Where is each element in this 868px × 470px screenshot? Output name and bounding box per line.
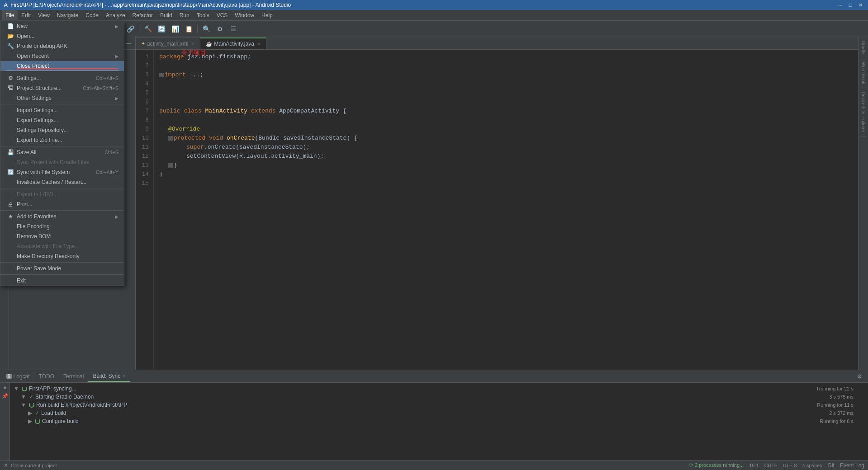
line-num-7: 7: [136, 107, 151, 116]
status-right: ⟳ 2 processes running... 15:1 CRLF UTF-8…: [689, 462, 864, 469]
coverage-button[interactable]: 📋: [182, 23, 195, 35]
build-settings-button[interactable]: ⚙: [854, 371, 864, 381]
syncing-spinner: [22, 386, 27, 391]
menu-view[interactable]: View: [34, 10, 53, 21]
todo-tab[interactable]: TODO: [34, 371, 59, 381]
menu-item-close-project[interactable]: Close Project: [0, 61, 124, 71]
xml-tab-close[interactable]: ✕: [191, 41, 194, 46]
line-endings: CRLF: [764, 463, 778, 468]
submenu-arrow-other: ▶: [115, 96, 119, 101]
menu-item-settings[interactable]: ⚙ Settings... Ctrl+Alt+S: [0, 73, 124, 83]
layout-button[interactable]: ☰: [227, 23, 240, 35]
menu-navigate[interactable]: Navigate: [53, 10, 82, 21]
panel-close-icon[interactable]: —: [123, 38, 133, 48]
menu-item-open-recent[interactable]: Open Recent ▶: [0, 51, 124, 61]
menu-build[interactable]: Build: [157, 10, 176, 21]
menu-item-file-encoding[interactable]: File Encoding: [0, 221, 124, 231]
git-status[interactable]: Git: [828, 462, 835, 469]
sidebar-gradle[interactable]: Gradle: [860, 37, 867, 58]
minimize-button[interactable]: ─: [836, 1, 844, 9]
menu-item-add-favorites[interactable]: ★ Add to Favorites ▶: [0, 212, 124, 221]
gutter-icon-1: ★: [3, 385, 7, 390]
code-line-15: [159, 179, 868, 188]
menu-item-export-settings[interactable]: Export Settings...: [0, 115, 124, 125]
menu-run[interactable]: Run: [176, 10, 193, 21]
sidebar-word-book[interactable]: Word Book: [860, 58, 867, 88]
file-dropdown-menu: 📄 New ▶ 📂 Open... 🔧 Profile or debug APK…: [0, 21, 124, 286]
build-tab-label: Build:: [93, 373, 106, 379]
menu-item-other-settings[interactable]: Other Settings ▶: [0, 93, 124, 103]
profile-button[interactable]: 📊: [169, 23, 181, 35]
menu-item-project-structure[interactable]: 🏗 Project Structure... Ctrl+Alt+Shift+S: [0, 83, 124, 93]
menu-item-profile-debug[interactable]: 🔧 Profile or debug APK: [0, 41, 124, 51]
menu-item-sync-gradle: Sync Project with Gradle Files: [0, 157, 124, 167]
gradle-daemon-status: 3 s 575 ms: [829, 393, 854, 401]
fold-icon-13[interactable]: -: [168, 163, 173, 168]
menu-item-remove-bom[interactable]: Remove BOM: [0, 231, 124, 241]
menu-window[interactable]: Window: [231, 10, 258, 21]
close-project-status-text: Close current project: [11, 463, 57, 468]
run-build-status: Running for 11 s: [817, 401, 854, 409]
run-build-text: Run build E:\Project\Android\FirstAPP: [36, 401, 127, 409]
line-num-3: 3: [136, 70, 151, 80]
menu-item-import-settings[interactable]: Import Settings...: [0, 105, 124, 115]
maximize-button[interactable]: □: [846, 1, 854, 9]
build-tab[interactable]: Build: Sync ✕: [88, 371, 130, 382]
menu-item-make-readonly[interactable]: Make Directory Read-only: [0, 251, 124, 261]
event-log-status[interactable]: Event Log: [840, 462, 864, 469]
logcat-tab-number: 6: [6, 374, 12, 379]
menu-item-save-all[interactable]: 💾 Save All Ctrl+S: [0, 147, 124, 157]
sidebar-device-file-explorer[interactable]: Device File Explorer: [860, 88, 867, 136]
line-num-2: 2: [136, 61, 151, 70]
menu-item-settings-repo[interactable]: Settings Repository...: [0, 125, 124, 135]
run-build-spinner: [29, 402, 34, 408]
terminal-tab[interactable]: Terminal: [59, 371, 88, 381]
close-button[interactable]: ✕: [856, 1, 864, 9]
fold-icon-3[interactable]: -: [159, 73, 164, 77]
sync-button[interactable]: 🔄: [155, 23, 168, 35]
fold-icon-10[interactable]: -: [168, 136, 173, 141]
build-button[interactable]: 🔨: [142, 23, 154, 35]
line-num-1: 1: [136, 52, 151, 61]
syncing-text: FirstAPP: syncing...: [29, 385, 76, 393]
tree-expand-2[interactable]: ▼: [21, 393, 26, 401]
build-line-configure-build: ▶ Configure build Running for 8 s: [14, 417, 864, 425]
menu-item-export-zip[interactable]: Export to Zip File...: [0, 135, 124, 145]
search-button[interactable]: 🔍: [200, 23, 213, 35]
menu-item-invalidate-caches[interactable]: Invalidate Caches / Restart...: [0, 177, 124, 187]
menu-item-print[interactable]: 🖨 Print...: [0, 199, 124, 209]
attach-button[interactable]: 🔗: [124, 23, 137, 35]
indent-status: 4 spaces: [802, 463, 822, 468]
tree-expand-4[interactable]: ▶: [28, 409, 32, 417]
settings-button[interactable]: ⚙: [213, 23, 226, 35]
tab-main-activity-java[interactable]: ☕ MainActivity.java ✕: [200, 38, 266, 49]
menu-refactor[interactable]: Refactor: [129, 10, 157, 21]
menu-item-new[interactable]: 📄 New ▶: [0, 21, 124, 31]
menu-item-associate-file-type: Associate with File Type...: [0, 241, 124, 251]
menu-item-power-save[interactable]: Power Save Mode: [0, 263, 124, 273]
menu-analyze[interactable]: Analyze: [102, 10, 129, 21]
project-structure-icon: 🏗: [6, 85, 15, 91]
code-line-6: [159, 98, 868, 107]
open-icon: 📂: [6, 33, 15, 39]
menu-code[interactable]: Code: [82, 10, 102, 21]
toolbar-separator-4: [197, 24, 198, 33]
menu-tools[interactable]: Tools: [193, 10, 213, 21]
menu-item-open[interactable]: 📂 Open...: [0, 31, 124, 41]
tree-expand-1[interactable]: ▼: [14, 385, 19, 393]
gradle-daemon-success: ✓: [29, 393, 33, 401]
project-structure-shortcut: Ctrl+Alt+Shift+S: [83, 85, 119, 91]
menu-item-sync-filesystem[interactable]: 🔄 Sync with File System Ctrl+Alt+Y: [0, 167, 124, 177]
favorites-icon: ★: [6, 213, 15, 220]
tree-expand-5[interactable]: ▶: [28, 417, 32, 425]
menu-item-exit[interactable]: Exit: [0, 276, 124, 286]
menu-help[interactable]: Help: [258, 10, 276, 21]
build-tab-close[interactable]: ✕: [122, 373, 126, 378]
java-tab-close[interactable]: ✕: [257, 42, 261, 47]
tree-expand-3[interactable]: ▼: [21, 401, 26, 409]
tab-activity-main-xml[interactable]: ✦ activity_main.xml ✕: [136, 38, 200, 49]
menu-file[interactable]: File: [2, 10, 18, 21]
menu-edit[interactable]: Edit: [18, 10, 34, 21]
logcat-tab[interactable]: 6 Logcat: [2, 371, 34, 381]
menu-vcs[interactable]: VCS: [213, 10, 232, 21]
